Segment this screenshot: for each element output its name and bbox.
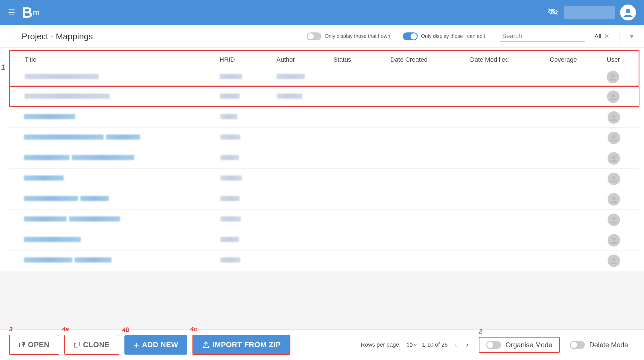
upload-icon: [202, 341, 210, 349]
col-date-modified: Date Modified: [468, 51, 547, 69]
open-label: OPEN: [28, 340, 50, 349]
user-avatar-5: [608, 152, 620, 165]
toggle-own-group: Only display those that I own: [307, 32, 390, 40]
toggle-edit-label: Only display those I can edit: [421, 33, 485, 39]
delete-mode-group: Delete Mode: [563, 338, 635, 352]
hamburger-menu-icon[interactable]: ☰: [8, 8, 15, 17]
next-page-button[interactable]: ›: [464, 339, 471, 350]
td-date-created: [388, 93, 468, 100]
svg-point-9: [612, 217, 616, 220]
page-title: Project - Mappings: [22, 32, 93, 41]
col-title: Title: [22, 51, 217, 69]
table-row[interactable]: [9, 128, 639, 148]
organise-mode-group: Organise Mode: [479, 337, 560, 353]
row1-author: [274, 72, 331, 82]
svg-point-8: [612, 196, 616, 200]
table-row[interactable]: [9, 210, 639, 230]
user-avatar-4: [608, 132, 620, 144]
delete-mode-toggle[interactable]: [570, 341, 585, 349]
annotation-4b: 4b: [122, 326, 130, 334]
rows-per-page-label: Rows per page:: [361, 342, 401, 348]
col-hrid: HRID: [217, 51, 274, 69]
table-header: Title HRID Author Status Date Created Da…: [9, 50, 639, 86]
row1-coverage: [547, 75, 604, 79]
add-button-wrapper: 4b + ADD NEW: [122, 335, 187, 355]
user-avatar-8: [608, 214, 620, 226]
td-date-modified: [468, 93, 548, 100]
user-avatar-3: [608, 111, 620, 124]
rows-per-page-select[interactable]: 10 25 50: [405, 342, 417, 348]
filter-dropdown[interactable]: All ✕: [592, 33, 612, 40]
open-button-wrapper: 3 OPEN: [9, 335, 59, 355]
td-author: [274, 90, 331, 104]
svg-point-2: [611, 74, 615, 78]
table-row[interactable]: [9, 251, 639, 271]
clone-icon: [74, 342, 80, 348]
svg-point-11: [612, 258, 616, 261]
blurred-title-1: [25, 74, 99, 79]
user-avatar-2: [607, 90, 620, 103]
td-status: [331, 93, 388, 100]
filter-clear-icon[interactable]: ✕: [604, 33, 609, 40]
visibility-off-icon[interactable]: [547, 8, 559, 18]
import-button-wrapper: 4c IMPORT FROM ZIP: [190, 335, 290, 355]
table-row[interactable]: [9, 148, 639, 169]
user-avatar-9: [608, 234, 620, 247]
header-divider: [620, 31, 620, 42]
toggle-edit-group: Only display those I can edit: [403, 32, 485, 40]
header-bar: ⋮ Project - Mappings Only display those …: [0, 25, 644, 48]
td-coverage: [548, 93, 605, 100]
organise-mode-toggle[interactable]: [486, 341, 501, 349]
import-button[interactable]: IMPORT FROM ZIP: [192, 335, 290, 355]
toggle-edit[interactable]: [403, 32, 418, 40]
annotation-3: 3: [9, 326, 13, 333]
row1-hrid: [217, 72, 274, 82]
add-new-button[interactable]: + ADD NEW: [124, 335, 187, 355]
drag-handle-icon[interactable]: ⋮: [9, 33, 15, 40]
user-avatar-1: [607, 71, 619, 83]
svg-point-4: [612, 115, 616, 118]
row1-status: [331, 75, 388, 79]
row1-title: [22, 72, 217, 82]
add-label: ADD NEW: [142, 340, 178, 349]
page-range: 1-10 of 26: [422, 342, 448, 348]
search-input[interactable]: [500, 31, 585, 42]
prev-page-button[interactable]: ‹: [452, 339, 459, 350]
import-label: IMPORT FROM ZIP: [212, 340, 281, 349]
col-coverage: Coverage: [547, 51, 604, 69]
table: 1 Title HRID Author Status Date Created …: [0, 48, 644, 271]
filter-value: All: [594, 33, 601, 40]
delete-mode-label: Delete Mode: [589, 341, 628, 349]
svg-rect-14: [76, 342, 80, 346]
nav-search-box: [564, 6, 615, 19]
logo-text: B: [22, 5, 32, 20]
open-button[interactable]: OPEN: [9, 335, 59, 355]
row1-user: [604, 69, 633, 86]
annotation-1: 1: [1, 63, 5, 72]
clone-button-wrapper: 4a CLONE: [62, 335, 120, 355]
row1-date-modified: [468, 75, 547, 79]
filter-expand-icon[interactable]: ▼: [629, 33, 635, 40]
annotation-4c: 4c: [190, 326, 197, 333]
table-row[interactable]: [9, 86, 639, 107]
svg-point-6: [612, 156, 616, 159]
pagination-area: Rows per page: 10 25 50 1-10 of 26 ‹ ›: [361, 339, 471, 350]
svg-point-10: [612, 237, 616, 241]
table-row[interactable]: [9, 107, 639, 128]
col-date-created: Date Created: [388, 51, 468, 69]
organise-mode-wrapper: 2 Organise Mode: [479, 337, 560, 353]
content-wrapper: ⋮ Project - Mappings Only display those …: [0, 25, 644, 360]
user-avatar-6: [608, 173, 620, 185]
table-row[interactable]: [9, 189, 639, 210]
user-avatar[interactable]: [620, 5, 636, 20]
table-row[interactable]: [9, 230, 639, 251]
svg-point-3: [612, 94, 615, 97]
annotation-2: 2: [479, 328, 482, 335]
svg-rect-12: [19, 343, 23, 347]
svg-point-1: [626, 9, 630, 13]
open-icon: [19, 342, 25, 348]
toggle-own[interactable]: [307, 32, 321, 40]
table-row[interactable]: [9, 169, 639, 189]
clone-button[interactable]: CLONE: [64, 335, 120, 355]
svg-point-5: [612, 135, 616, 138]
